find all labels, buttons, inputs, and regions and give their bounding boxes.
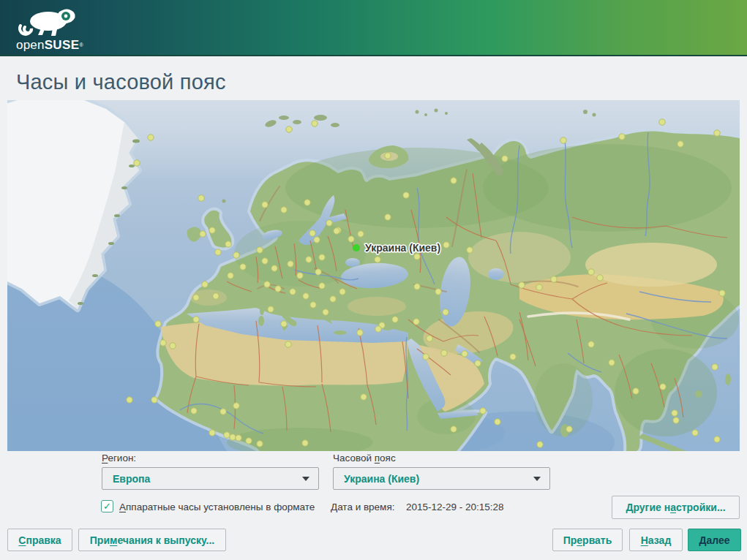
timezone-city-dot[interactable] <box>304 200 310 205</box>
timezone-city-dot[interactable] <box>290 289 296 295</box>
timezone-city-dot[interactable] <box>588 341 594 347</box>
timezone-city-dot[interactable] <box>288 261 293 267</box>
selected-timezone-dot[interactable] <box>353 244 360 251</box>
timezone-city-dot[interactable] <box>392 317 398 322</box>
timezone-city-dot[interactable] <box>385 214 391 220</box>
timezone-city-dot[interactable] <box>375 326 381 332</box>
region-select[interactable]: Европа <box>102 467 319 490</box>
timezone-city-dot[interactable] <box>692 430 698 436</box>
back-button[interactable]: Назад <box>629 529 683 551</box>
timezone-city-dot[interactable] <box>225 241 231 247</box>
timezone-city-dot[interactable] <box>348 236 354 242</box>
timezone-city-dot[interactable] <box>502 156 508 162</box>
timezone-city-dot[interactable] <box>633 388 639 394</box>
hardware-clock-checkbox[interactable]: ✓ <box>101 500 113 512</box>
timezone-city-dot[interactable] <box>326 220 332 226</box>
timezone-city-dot[interactable] <box>672 410 677 416</box>
timezone-city-dot[interactable] <box>334 228 339 234</box>
timezone-city-dot[interactable] <box>286 126 292 132</box>
timezone-city-dot[interactable] <box>312 121 318 126</box>
timezone-city-dot[interactable] <box>202 281 208 287</box>
timezone-city-dot[interactable] <box>361 394 367 400</box>
timezone-city-dot[interactable] <box>519 282 525 288</box>
timezone-city-dot[interactable] <box>536 284 542 290</box>
timezone-city-dot[interactable] <box>660 384 666 390</box>
timezone-city-dot[interactable] <box>134 160 140 166</box>
timezone-city-dot[interactable] <box>306 257 312 262</box>
abort-button[interactable]: Прервать <box>552 529 623 551</box>
timezone-city-dot[interactable] <box>358 231 364 237</box>
timezone-city-dot[interactable] <box>475 360 481 366</box>
timezone-city-dot[interactable] <box>319 283 325 289</box>
timezone-city-dot[interactable] <box>714 436 720 442</box>
timezone-city-dot[interactable] <box>285 341 291 347</box>
timezone-city-dot[interactable] <box>537 442 543 447</box>
timezone-city-dot[interactable] <box>230 434 236 440</box>
timezone-city-dot[interactable] <box>268 306 274 312</box>
timezone-city-dot[interactable] <box>462 351 468 357</box>
timezone-city-dot[interactable] <box>209 430 215 436</box>
timezone-city-dot[interactable] <box>330 296 336 302</box>
timezone-city-dot[interactable] <box>213 293 219 299</box>
timezone-city-dot[interactable] <box>198 195 204 201</box>
timezone-city-dot[interactable] <box>551 276 557 282</box>
other-settings-button[interactable]: Другие настройки... <box>612 496 740 519</box>
timezone-city-dot[interactable] <box>443 242 449 248</box>
timezone-city-dot[interactable] <box>719 290 725 296</box>
timezone-city-dot[interactable] <box>427 336 432 341</box>
timezone-city-dot[interactable] <box>597 275 603 281</box>
timezone-city-dot[interactable] <box>480 408 486 414</box>
timezone-city-dot[interactable] <box>193 317 199 322</box>
timezone-city-dot[interactable] <box>271 265 277 271</box>
timezone-city-dot[interactable] <box>319 254 325 260</box>
timezone-city-dot[interactable] <box>659 119 665 125</box>
timezone-select[interactable]: Украина (Киев) <box>333 467 550 490</box>
timezone-city-dot[interactable] <box>712 364 718 370</box>
timezone-city-dot[interactable] <box>714 130 720 136</box>
next-button[interactable]: Далее <box>688 529 741 551</box>
timezone-city-dot[interactable] <box>414 254 420 260</box>
timezone-city-dot[interactable] <box>228 273 233 279</box>
help-button[interactable]: Справка <box>7 529 72 551</box>
timezone-city-dot[interactable] <box>215 249 221 255</box>
timezone-city-dot[interactable] <box>297 273 303 279</box>
timezone-city-dot[interactable] <box>677 141 683 147</box>
timezone-city-dot[interactable] <box>170 343 176 349</box>
timezone-city-dot[interactable] <box>262 202 268 208</box>
timezone-city-dot[interactable] <box>314 237 320 243</box>
timezone-city-dot[interactable] <box>451 178 457 183</box>
timezone-city-dot[interactable] <box>467 247 473 253</box>
timezone-city-dot[interactable] <box>566 426 572 432</box>
timezone-city-dot[interactable] <box>495 419 500 425</box>
timezone-city-dot[interactable] <box>240 264 246 270</box>
timezone-city-dot[interactable] <box>375 257 380 262</box>
timezone-city-dot[interactable] <box>257 441 263 447</box>
timezone-city-dot[interactable] <box>414 284 420 290</box>
timezone-city-dot[interactable] <box>443 309 448 315</box>
timezone-city-dot[interactable] <box>193 295 199 300</box>
timezone-city-dot[interactable] <box>233 252 239 258</box>
timezone-city-dot[interactable] <box>423 354 429 360</box>
timezone-city-dot[interactable] <box>281 207 287 213</box>
timezone-city-dot[interactable] <box>303 293 309 299</box>
timezone-city-dot[interactable] <box>281 321 287 327</box>
timezone-city-dot[interactable] <box>309 230 315 236</box>
timezone-city-dot[interactable] <box>315 269 321 275</box>
timezone-city-dot[interactable] <box>451 426 457 432</box>
timezone-city-dot[interactable] <box>310 302 316 308</box>
timezone-city-dot[interactable] <box>435 289 441 295</box>
timezone-city-dot[interactable] <box>209 227 215 233</box>
timezone-map[interactable]: Украина (Киев) <box>7 100 740 451</box>
timezone-city-dot[interactable] <box>191 408 197 414</box>
timezone-city-dot[interactable] <box>233 403 239 409</box>
hardware-clock-label[interactable]: Аппаратные часы установлены в формате <box>119 502 315 512</box>
timezone-city-dot[interactable] <box>510 354 516 360</box>
timezone-city-dot[interactable] <box>673 417 679 423</box>
timezone-city-dot[interactable] <box>441 350 447 356</box>
timezone-city-dot[interactable] <box>302 440 308 446</box>
timezone-city-dot[interactable] <box>323 309 329 315</box>
timezone-city-dot[interactable] <box>200 231 206 237</box>
timezone-city-dot[interactable] <box>155 321 161 327</box>
timezone-city-dot[interactable] <box>220 409 226 415</box>
timezone-city-dot[interactable] <box>588 269 594 275</box>
